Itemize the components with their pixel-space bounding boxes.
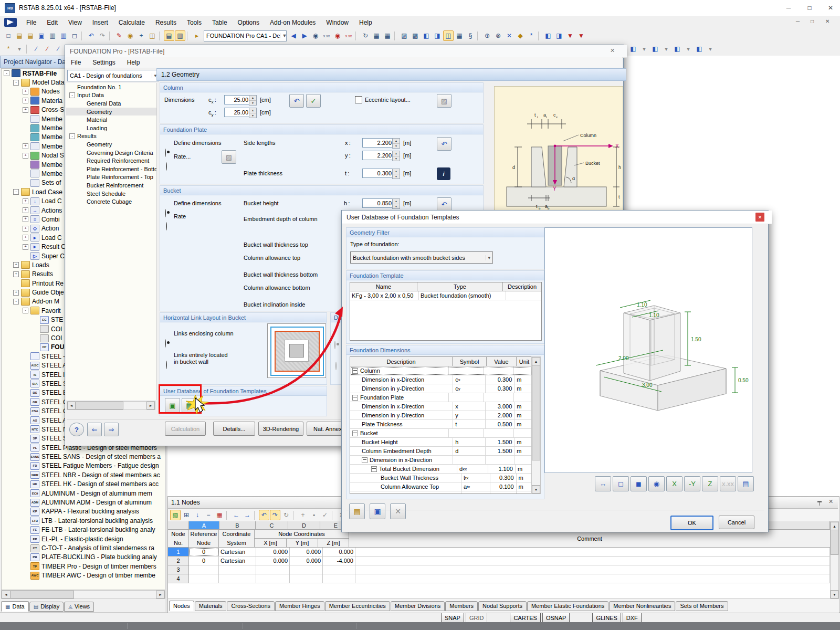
- eccentric-settings-icon[interactable]: ▨: [437, 94, 452, 108]
- cell-x[interactable]: 0.000: [256, 548, 290, 556]
- status-toggle[interactable]: DXF: [623, 613, 642, 623]
- toolbar-icon[interactable]: ▤: [14, 30, 25, 41]
- tree-expander-icon[interactable]: +: [13, 290, 19, 296]
- tree-item[interactable]: ADM ALUMINUM ADM - Design of aluminum: [2, 498, 165, 507]
- toolbar-icon[interactable]: ▦: [382, 30, 393, 41]
- toolbar-icon[interactable]: [26, 45, 29, 54]
- tree-expander-icon[interactable]: +: [23, 235, 28, 240]
- with-radio[interactable]: [335, 362, 337, 370]
- toolbar-icon[interactable]: ✎: [114, 30, 124, 41]
- toolbar-icon[interactable]: +: [136, 30, 146, 41]
- cx-input[interactable]: [224, 95, 250, 104]
- scroll-thumb[interactable]: [75, 402, 123, 410]
- mdi-app-icon[interactable]: [4, 18, 17, 27]
- toolbar-icon[interactable]: ◉: [125, 30, 135, 41]
- checklist-icon[interactable]: ✓: [306, 94, 321, 108]
- chevron-down-icon[interactable]: ▾: [152, 73, 156, 78]
- maximize-button[interactable]: [799, 0, 820, 15]
- undo-icon[interactable]: ↶: [437, 197, 452, 211]
- dimension-row[interactable]: Dimension in x-Direction: [350, 456, 532, 465]
- toolbar-icon[interactable]: ↻: [281, 510, 291, 520]
- tree-expander-icon[interactable]: -: [23, 308, 28, 313]
- file-button-icon[interactable]: ✕: [390, 503, 406, 519]
- menu-item[interactable]: Results: [150, 17, 182, 28]
- tree-item[interactable]: HK STEEL HK - Design of steel members ac…: [2, 480, 165, 489]
- toolbar-icon[interactable]: [394, 32, 397, 40]
- toolbar-icon[interactable]: ▣: [36, 30, 47, 41]
- toolbar-icon[interactable]: ←: [231, 510, 242, 520]
- toolbar-icon[interactable]: [332, 511, 335, 520]
- cell-x[interactable]: 0.000: [256, 556, 290, 565]
- header-cell[interactable]: Description: [350, 357, 453, 366]
- dimension-row[interactable]: Dimension in y-Direction y 2.000 m: [350, 411, 532, 420]
- tree-expander-icon[interactable]: +: [23, 216, 28, 222]
- header-cell[interactable]: Value: [487, 357, 517, 366]
- nav-hscrollbar[interactable]: ◄ ►: [67, 401, 155, 410]
- toolbar-icon[interactable]: −: [203, 510, 214, 520]
- dimension-value[interactable]: 3.000: [486, 402, 514, 411]
- close-button[interactable]: [820, 0, 840, 15]
- toolbar-icon[interactable]: ◧: [628, 44, 638, 54]
- toolbar-icon[interactable]: ◻: [69, 30, 80, 41]
- tree-item[interactable]: FE FE-LTB - Lateral-torsional buckling a…: [2, 526, 165, 534]
- table-tab[interactable]: Member Eccentricities: [325, 601, 390, 611]
- dialog-close-icon[interactable]: ✕: [610, 47, 615, 54]
- toolbar-icon[interactable]: ▦: [371, 30, 382, 41]
- row-number[interactable]: 4: [168, 574, 189, 583]
- toolbar-icon[interactable]: ◀: [288, 30, 299, 41]
- cell-reference-node[interactable]: 0: [189, 548, 219, 556]
- toolbar-icon[interactable]: [254, 511, 257, 520]
- collapse-icon[interactable]: [352, 395, 358, 401]
- dimension-value[interactable]: 2.000: [486, 411, 514, 419]
- status-toggle[interactable]: CARTES: [510, 613, 540, 623]
- tree-expander-icon[interactable]: +: [23, 153, 28, 159]
- plate-t-spinner[interactable]: ▲▼: [392, 169, 400, 179]
- toolbar-icon[interactable]: ◧: [694, 44, 705, 54]
- dimension-value[interactable]: [484, 429, 514, 437]
- navigator-tab[interactable]: ◬Views: [64, 602, 94, 612]
- tree-expander-icon[interactable]: +: [13, 262, 19, 268]
- toolbar-icon[interactable]: *: [3, 44, 14, 54]
- column-letter[interactable]: A: [189, 521, 219, 530]
- view-tool-icon[interactable]: ◼: [631, 476, 647, 491]
- tree-expander-icon[interactable]: +: [23, 143, 28, 149]
- toolbar-icon[interactable]: ↷: [270, 510, 280, 520]
- dimension-value[interactable]: 0.500: [486, 420, 514, 428]
- rendering-button[interactable]: 3D-Rendering: [258, 422, 303, 436]
- dimension-row[interactable]: Column: [350, 366, 532, 375]
- template-type[interactable]: Bucket foundation (smooth): [419, 291, 506, 300]
- cx-spinner[interactable]: ▲▼: [249, 95, 257, 106]
- rate-radio[interactable]: [166, 222, 167, 230]
- cell-x[interactable]: [256, 565, 290, 574]
- table-tab[interactable]: Cross-Sections: [227, 601, 275, 611]
- tree-expander-icon[interactable]: +: [23, 226, 28, 232]
- dimension-value[interactable]: [484, 366, 514, 375]
- table-row[interactable]: 4: [168, 574, 830, 583]
- toolbar-icon[interactable]: x.xx: [343, 30, 354, 41]
- nodes-vscrollbar[interactable]: ▲ ▼: [830, 521, 839, 599]
- dimension-row[interactable]: Bucket Wall Thickness tbx 0.300 m: [350, 491, 532, 494]
- collapse-icon[interactable]: [352, 430, 358, 436]
- toolbar-icon[interactable]: [81, 32, 85, 40]
- table-tab[interactable]: Member Elastic Foundations: [527, 601, 608, 611]
- dimension-row[interactable]: Bucket Height h 1.500 m: [350, 438, 532, 447]
- tree-expander-icon[interactable]: -: [4, 70, 9, 76]
- table-tab[interactable]: Nodes: [169, 601, 194, 611]
- nav-tree-item[interactable]: Geometry: [66, 140, 156, 149]
- dialog-menu-item[interactable]: Help: [121, 58, 146, 67]
- nav-tree-item[interactable]: Plate Reinforcement - Top: [66, 173, 156, 182]
- toolbar-icon[interactable]: *: [526, 30, 537, 41]
- tree-item[interactable]: LTB LTB - Lateral-torsional buckling ana…: [2, 516, 165, 525]
- toolbar-icon[interactable]: ◧: [650, 44, 660, 54]
- dimension-row[interactable]: Foundation Plate: [350, 393, 532, 402]
- menu-item[interactable]: Edit: [41, 17, 63, 28]
- nav-tree-item[interactable]: Bucket Reinforcement: [66, 181, 156, 190]
- foundation-type-combo[interactable]: Bucket foundation with smooth bucket sid…: [350, 251, 493, 264]
- define-dimensions-radio[interactable]: [165, 149, 166, 157]
- scroll-left-icon[interactable]: ◄: [2, 591, 10, 598]
- toolbar-icon[interactable]: ◉: [332, 30, 343, 41]
- tree-expander-icon[interactable]: -: [13, 299, 19, 304]
- max-radio[interactable]: [334, 341, 335, 349]
- toolbar-icon[interactable]: [355, 32, 359, 40]
- toolbar-icon[interactable]: ↓: [192, 510, 203, 520]
